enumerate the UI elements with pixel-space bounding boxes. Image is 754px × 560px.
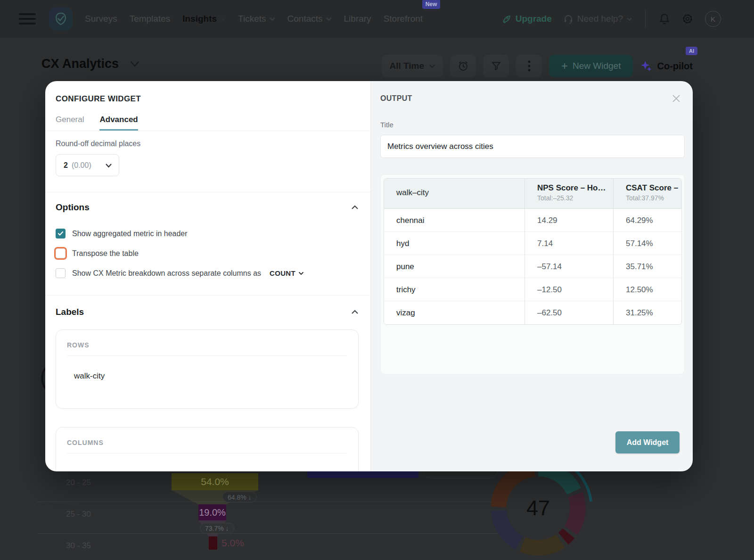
widget-title-input[interactable] [380,135,685,158]
round-off-select[interactable]: 2 (0.00) [56,154,119,176]
nav-item-insights[interactable]: Insights [182,14,226,24]
nav-label: Storefront [384,14,423,24]
round-off-label: Round-off decimal places [56,140,359,148]
nav-item-contacts[interactable]: Contacts [287,14,332,24]
nav-label: Surveys [85,14,117,24]
table-cell: 7.14 [525,232,613,255]
nav-item-tickets[interactable]: Tickets [238,14,275,24]
nav-item-library[interactable]: Library [344,14,371,24]
table-header-cell: walk–city [384,179,525,209]
checkbox-unchecked[interactable] [56,268,66,278]
filter-button[interactable] [483,55,509,77]
nav-label: Insights [182,14,217,24]
chevron-down-icon [105,163,112,168]
upgrade-label: Upgrade [516,14,552,24]
table-cell: 31.25% [613,301,681,324]
funnel-bar-value: 19.0% [199,507,226,518]
count-dropdown[interactable]: COUNT [270,269,304,277]
column-total: Total:–25.32 [537,194,613,202]
divider [45,131,370,131]
rows-dropzone: ROWS walk-city [56,329,359,409]
checkbox-focused[interactable] [56,248,66,258]
add-widget-button[interactable]: Add Widget [615,431,680,453]
divider [45,192,370,192]
nav-label: Templates [130,14,171,24]
alarm-clock-icon [457,60,469,72]
option-row-transpose: Transpose the table [56,248,359,258]
close-icon[interactable] [672,94,681,103]
column-label: NPS Score – Ho… [537,183,613,193]
configure-panel: CONFIGURE WIDGET General Advanced Round-… [45,81,370,471]
count-value: COUNT [270,269,295,277]
hamburger-menu-icon[interactable] [19,13,36,25]
table-cell: hyd [384,232,525,255]
drop-value: 73.7% ↓ [205,525,229,532]
plus-icon: + [561,60,568,72]
nav-divider [645,9,646,28]
table-cell: 57.14% [613,232,681,255]
bird-logo-icon [53,11,69,27]
nav-label: Tickets [238,14,266,24]
collapse-chevron-up-icon[interactable] [351,310,359,314]
user-avatar[interactable]: K [705,11,721,27]
funnel-row-label: 20 - 25 [66,478,91,487]
chevron-down-icon [298,272,304,275]
need-help-button[interactable]: Need help? [563,14,632,24]
headset-icon [563,14,574,24]
widget-preview-card: walk–city NPS Score – Ho… Total:–25.32 C… [380,174,685,374]
table-cell: chennai [384,209,525,232]
new-widget-label: New Widget [573,61,621,71]
title-chevron-down-icon[interactable] [130,61,139,67]
rows-title: ROWS [56,330,358,349]
nav-item-storefront[interactable]: Storefront New [384,14,423,24]
app-logo[interactable] [49,7,73,31]
notifications-bell-icon[interactable] [659,13,670,25]
funnel-row-label: 25 - 30 [66,510,91,519]
tab-advanced[interactable]: Advanced [99,115,138,131]
chevron-down-icon [270,17,275,21]
table-cell: trichy [384,278,525,301]
time-filter-label: All Time [389,61,424,71]
columns-dropzone: COLUMNS [56,427,359,471]
filter-funnel-icon [491,60,502,72]
funnel-gridline [37,533,500,534]
tab-general[interactable]: General [56,115,84,131]
table-cell: 12.50% [613,278,681,301]
labels-section-header: Labels [56,307,359,317]
settings-gear-icon[interactable] [681,13,694,25]
nav-item-surveys[interactable]: Surveys [85,14,117,24]
time-filter-dropdown[interactable]: All Time [382,55,443,77]
ai-badge: AI [686,47,697,55]
new-widget-button[interactable]: + New Widget [549,55,633,77]
funnel-bar[interactable]: 54.0% [172,473,258,490]
table-cell: 35.71% [613,255,681,278]
columns-title: COLUMNS [56,428,358,446]
checkbox-label: Transpose the table [72,249,139,258]
checkbox-label: Show aggregated metric in header [72,230,188,238]
funnel-bar[interactable] [209,536,217,550]
rows-item-walk-city[interactable]: walk-city [56,356,358,381]
checkbox-checked[interactable] [56,229,66,239]
options-title: Options [56,202,90,213]
table-cell: –12.50 [525,278,613,301]
divider [45,295,370,296]
collapse-chevron-up-icon[interactable] [351,205,359,210]
table-cell: vizag [384,301,525,324]
column-total: Total:37.97% [626,194,681,202]
more-options-button[interactable] [516,55,542,77]
output-panel: OUTPUT Title walk–city NPS Score – Ho… T… [370,81,693,471]
funnel-bar[interactable]: 19.0% [198,504,226,520]
copilot-button[interactable]: Co-pilot AI [640,60,693,73]
funnel-bar-value: 54.0% [201,476,229,487]
nav-item-templates[interactable]: Templates [130,14,171,24]
new-badge: New [422,0,441,9]
schedule-alarm-button[interactable] [450,55,476,77]
funnel-bar-value: 5.0% [221,537,244,549]
title-field-label: Title [380,121,684,129]
column-label: walk–city [396,183,429,198]
round-off-value: 2 [64,161,68,170]
upgrade-button[interactable]: Upgrade [502,14,552,24]
screen: Surveys Templates Insights Tickets Conta… [0,0,754,560]
need-help-label: Need help? [577,14,623,24]
configure-widget-modal: CONFIGURE WIDGET General Advanced Round-… [45,81,693,471]
